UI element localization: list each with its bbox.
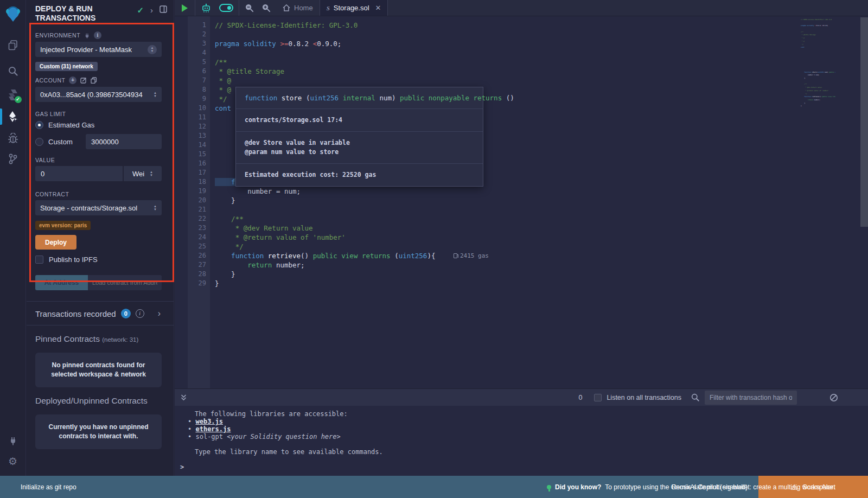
sidebar-item-deploy-run[interactable] xyxy=(0,106,26,127)
custom-gas-radio[interactable] xyxy=(35,138,43,146)
git-init-status[interactable]: Initialize as git repo xyxy=(0,483,76,491)
publish-ipfs-option[interactable]: Publish to IPFS xyxy=(35,256,162,264)
listen-all-transactions-checkbox[interactable] xyxy=(594,394,602,401)
line-number[interactable]: 8 xyxy=(188,85,206,94)
clear-terminal-icon[interactable] xyxy=(829,393,838,402)
value-input[interactable] xyxy=(35,166,123,181)
code-line[interactable]: } xyxy=(215,196,792,205)
line-number[interactable]: 1 xyxy=(188,21,206,30)
minimap[interactable]: // SPDX-License-Identifier: GPL-3.0pragm… xyxy=(801,18,835,127)
toggle-panel-icon[interactable] xyxy=(159,5,167,13)
transaction-filter-input[interactable] xyxy=(705,391,797,405)
line-number[interactable]: 17 xyxy=(188,168,206,177)
line-number[interactable]: 22 xyxy=(188,214,206,224)
tab-home[interactable]: Home xyxy=(276,0,320,16)
sidebar-item-settings[interactable]: ⚙ xyxy=(0,451,26,471)
sign-message-icon[interactable] xyxy=(80,77,87,84)
line-number[interactable]: 23 xyxy=(188,224,206,233)
line-number[interactable]: 27 xyxy=(188,260,206,270)
custom-gas-option[interactable]: Custom xyxy=(35,134,162,149)
sidebar-item-debugger[interactable] xyxy=(0,128,26,149)
panel-chevron-right-icon[interactable]: › xyxy=(150,5,153,15)
line-number[interactable]: 2 xyxy=(188,30,206,39)
line-number[interactable]: 11 xyxy=(188,113,206,122)
minimap-line: * @dev Return value xyxy=(801,86,832,89)
code-line[interactable] xyxy=(215,48,792,58)
deploy-button[interactable]: Deploy xyxy=(35,235,76,250)
code-line[interactable]: return number; xyxy=(215,260,792,270)
line-number[interactable]: 14 xyxy=(188,141,206,150)
sidebar-item-file-explorer[interactable] xyxy=(0,35,26,55)
library-link[interactable]: web3.js xyxy=(195,418,223,425)
publish-ipfs-checkbox[interactable] xyxy=(35,256,43,264)
run-script-icon[interactable] xyxy=(182,4,188,12)
terminal-prompt[interactable]: > xyxy=(180,463,868,471)
code-line[interactable] xyxy=(215,205,792,214)
code-line[interactable]: // SPDX-License-Identifier: GPL-3.0 xyxy=(215,21,792,30)
close-tab-icon[interactable]: ✕ xyxy=(375,4,381,12)
contract-select[interactable]: Storage - contracts/Storage.sol ▲▼ xyxy=(35,200,162,215)
sidebar-item-plugin-manager[interactable] xyxy=(0,430,26,451)
code-line[interactable] xyxy=(215,30,792,39)
line-number[interactable]: 15 xyxy=(188,150,206,159)
line-number[interactable]: 29 xyxy=(188,279,206,288)
line-number[interactable]: 18 xyxy=(188,177,206,187)
line-number[interactable]: 4 xyxy=(188,48,206,58)
code-line[interactable]: number = num; xyxy=(215,187,792,196)
sidebar-item-git[interactable] xyxy=(0,149,26,169)
line-number[interactable]: 10 xyxy=(188,104,206,113)
at-address-input[interactable] xyxy=(88,275,162,290)
line-number[interactable]: 20 xyxy=(188,196,206,205)
line-number[interactable]: 7 xyxy=(188,76,206,85)
transactions-expand-icon[interactable]: › xyxy=(158,309,165,318)
sidebar-item-search[interactable] xyxy=(0,61,26,81)
line-number[interactable]: 6 xyxy=(188,67,206,76)
line-number[interactable]: 9 xyxy=(188,94,206,104)
sidebar-item-solidity-compiler[interactable]: ✓ xyxy=(0,85,26,105)
line-number[interactable]: 28 xyxy=(188,270,206,279)
library-link[interactable]: ethers.js xyxy=(195,425,231,433)
line-number[interactable]: 13 xyxy=(188,131,206,141)
transactions-info-icon[interactable]: i xyxy=(136,309,144,318)
code-line[interactable]: } xyxy=(215,270,792,279)
code-line[interactable]: * @dev Return value xyxy=(215,224,792,233)
code-line[interactable]: } xyxy=(215,279,792,288)
copilot-toggle[interactable] xyxy=(219,4,233,12)
remix-logo[interactable] xyxy=(0,3,26,25)
line-number[interactable]: 25 xyxy=(188,242,206,251)
line-number[interactable]: 3 xyxy=(188,39,206,48)
tab-storage-sol[interactable]: S Storage.sol ✕ xyxy=(320,0,388,16)
code-line[interactable]: /** xyxy=(215,214,792,224)
code-line[interactable]: * @title Storage xyxy=(215,67,792,76)
estimated-gas-option[interactable]: Estimated Gas xyxy=(35,121,162,129)
custom-gas-input[interactable] xyxy=(86,134,162,149)
environment-info-icon[interactable]: i xyxy=(94,31,101,39)
code-line[interactable]: function retrieve() public view returns … xyxy=(215,251,792,260)
code-line[interactable]: /** xyxy=(215,58,792,67)
code-editor[interactable]: 1234567891011121314151617181920212223242… xyxy=(175,16,868,388)
add-account-icon[interactable]: + xyxy=(69,76,76,84)
code-line[interactable]: * @ xyxy=(215,76,792,85)
code-line[interactable]: */ xyxy=(215,242,792,251)
line-number[interactable]: 5 xyxy=(188,58,206,67)
code-line[interactable]: pragma solidity >=0.8.2 <0.9.0; xyxy=(215,39,792,48)
zoom-out-icon[interactable] xyxy=(245,3,254,12)
account-select[interactable]: 0xA03...85ac4 (0.398673504934 ▲▼ xyxy=(35,87,162,102)
remix-ai-robot-icon[interactable] xyxy=(201,3,212,13)
environment-select[interactable]: Injected Provider - MetaMask ▲▼ xyxy=(35,42,162,57)
terminal-output[interactable]: The following libraries are accessible:w… xyxy=(175,406,868,471)
line-number[interactable]: 24 xyxy=(188,233,206,242)
value-unit-select[interactable]: Wei ▲▼ xyxy=(124,166,162,181)
line-number[interactable]: 16 xyxy=(188,159,206,168)
line-number[interactable]: 26 xyxy=(188,251,206,260)
estimated-gas-radio[interactable] xyxy=(35,121,43,129)
zoom-in-icon[interactable] xyxy=(261,3,271,12)
editor-scrollbar[interactable] xyxy=(860,17,868,227)
line-number[interactable]: 21 xyxy=(188,205,206,214)
at-address-button[interactable]: At Address xyxy=(35,275,88,290)
line-number[interactable]: 19 xyxy=(188,187,206,196)
code-line[interactable]: * @return value of 'number' xyxy=(215,233,792,242)
copy-address-icon[interactable] xyxy=(91,77,97,84)
collapse-terminal-icon[interactable] xyxy=(180,394,187,401)
line-number[interactable]: 12 xyxy=(188,122,206,131)
